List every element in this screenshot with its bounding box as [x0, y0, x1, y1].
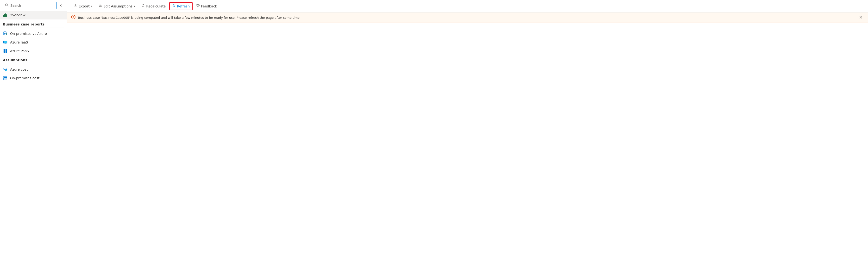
content-area	[67, 23, 868, 254]
svg-rect-23	[4, 79, 7, 80]
notification-warning-icon	[71, 15, 75, 20]
toolbar: Export ▾	[67, 0, 868, 12]
feedback-icon	[196, 4, 199, 8]
notification-close-button[interactable]: ✕	[858, 15, 864, 20]
export-chevron-icon: ▾	[91, 5, 92, 7]
svg-rect-10	[6, 33, 7, 35]
svg-rect-5	[6, 14, 7, 17]
azure-paas-icon	[3, 49, 8, 53]
sidebar-item-overview[interactable]: Overview	[0, 11, 67, 20]
svg-rect-18	[5, 51, 7, 53]
export-icon	[74, 4, 77, 8]
sidebar-item-on-premises-cost-label: On-premises cost	[10, 76, 39, 80]
section-header-business-case-reports: Business case reports	[0, 20, 67, 27]
svg-rect-4	[5, 13, 6, 17]
document-report-icon	[3, 31, 8, 36]
sidebar-item-azure-iaas[interactable]: Azure IaaS	[0, 38, 67, 46]
overview-icon	[3, 13, 8, 18]
svg-point-28	[100, 5, 100, 5]
svg-point-24	[6, 77, 7, 77]
edit-assumptions-chevron-icon: ▾	[134, 5, 135, 7]
search-input[interactable]	[10, 4, 54, 7]
sidebar-item-azure-cost-label: Azure cost	[10, 67, 28, 71]
edit-assumptions-icon	[99, 4, 102, 8]
sidebar-item-on-premises-cost[interactable]: On-premises cost	[0, 74, 67, 83]
svg-point-40	[73, 18, 73, 18]
recalculate-button[interactable]: Recalculate	[139, 2, 168, 10]
recalculate-label: Recalculate	[146, 4, 166, 8]
overview-label: Overview	[10, 13, 26, 17]
refresh-button[interactable]: Refresh	[169, 2, 193, 10]
sidebar-item-azure-iaas-label: Azure IaaS	[10, 40, 28, 44]
sidebar-item-on-premises-vs-azure-label: On-premises vs Azure	[10, 32, 47, 36]
feedback-label: Feedback	[201, 4, 217, 8]
collapse-sidebar-button[interactable]	[58, 2, 64, 9]
svg-point-25	[6, 78, 7, 78]
svg-point-34	[99, 6, 100, 7]
svg-rect-2	[3, 15, 4, 17]
svg-line-1	[7, 5, 8, 6]
refresh-icon	[172, 4, 176, 8]
search-box[interactable]	[3, 2, 57, 9]
edit-assumptions-button[interactable]: Edit Assumptions ▾	[96, 2, 138, 10]
svg-rect-17	[4, 51, 5, 53]
notification-banner: Business case 'BusinessCase005' is being…	[67, 12, 868, 23]
svg-rect-9	[4, 34, 5, 35]
svg-rect-8	[4, 33, 5, 34]
notification-text: Business case 'BusinessCase005' is being…	[78, 16, 855, 20]
sidebar-item-azure-cost[interactable]: Azure cost	[0, 65, 67, 74]
recalculate-icon	[142, 4, 145, 8]
search-row	[0, 0, 67, 11]
sidebar-item-azure-paas[interactable]: Azure PaaS	[0, 46, 67, 55]
edit-assumptions-label: Edit Assumptions	[103, 4, 132, 8]
svg-rect-7	[4, 33, 5, 33]
section-header-assumptions: Assumptions	[0, 55, 67, 63]
svg-point-31	[100, 5, 101, 6]
svg-rect-3	[4, 14, 5, 17]
main-content: Export ▾	[67, 0, 868, 254]
azure-cost-icon	[3, 67, 8, 72]
on-premises-cost-icon	[3, 76, 8, 81]
sidebar-item-azure-paas-label: Azure PaaS	[10, 49, 29, 53]
search-icon	[5, 3, 8, 7]
sidebar-item-on-premises-vs-azure[interactable]: On-premises vs Azure	[0, 29, 67, 38]
svg-rect-15	[4, 49, 5, 51]
section-divider-2	[3, 63, 64, 63]
refresh-label: Refresh	[177, 4, 190, 8]
svg-rect-12	[4, 41, 7, 43]
export-button[interactable]: Export ▾	[71, 2, 95, 10]
sidebar: Overview Business case reports On-premis…	[0, 0, 67, 254]
export-label: Export	[79, 4, 90, 8]
azure-iaas-icon	[3, 40, 8, 45]
svg-rect-16	[5, 49, 7, 51]
feedback-button[interactable]: Feedback	[193, 2, 220, 10]
